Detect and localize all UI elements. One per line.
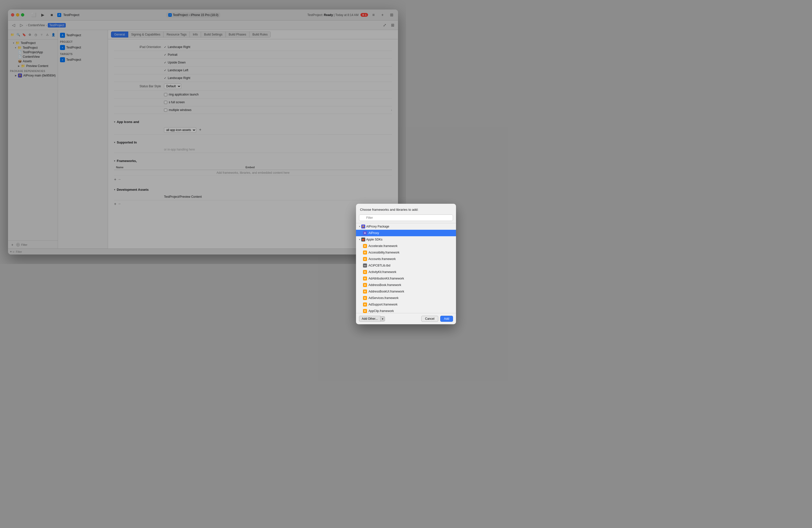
modal-item-accounts[interactable]: 🏛 Accounts.framework: [356, 256, 406, 262]
aiproxy-label: AIProxy: [368, 231, 379, 235]
modal-filter-input[interactable]: [359, 215, 406, 221]
acipcbt-label: ACiPCBTLib.tbd: [368, 264, 390, 264]
apple-sdks-icon: 🍎: [361, 237, 365, 241]
framework-picker-modal: Choose frameworks and libraries to add: …: [356, 204, 406, 264]
acipcbt-tbd-icon: tbd: [363, 264, 367, 264]
modal-search-area: ⊙: [356, 214, 406, 223]
aiproxy-fw-icon: 🏛: [363, 231, 367, 235]
aiproxy-pkg-icon: 📦: [361, 224, 365, 229]
modal-item-acipcbt[interactable]: tbd ACiPCBTLib.tbd: [356, 262, 406, 264]
apple-sdks-disclosure: ▾: [359, 238, 360, 241]
search-wrapper: ⊙: [359, 215, 406, 221]
modal-title: Choose frameworks and libraries to add:: [356, 204, 406, 214]
accelerate-fw-icon: 🏛: [363, 244, 367, 248]
modal-item-accessibility[interactable]: 🏛 Accessibility.framework: [356, 249, 406, 256]
accessibility-fw-icon: 🏛: [363, 250, 367, 254]
apple-sdks-group-header[interactable]: ▾ 🍎 Apple SDKs: [356, 236, 406, 243]
accelerate-label: Accelerate.framework: [368, 244, 397, 248]
modal-item-accelerate[interactable]: 🏛 Accelerate.framework: [356, 243, 406, 249]
modal-overlay[interactable]: Choose frameworks and libraries to add: …: [0, 0, 406, 264]
aiproxy-group-header[interactable]: ▾ 📦 AIProxy Package: [356, 223, 406, 230]
accessibility-label: Accessibility.framework: [368, 251, 400, 254]
apple-sdks-label: Apple SDKs: [366, 238, 382, 241]
accounts-fw-icon: 🏛: [363, 257, 367, 261]
modal-item-aiproxy[interactable]: 🏛 AIProxy: [356, 230, 406, 236]
aiproxy-disclosure: ▾: [359, 225, 360, 228]
modal-list: ▾ 📦 AIProxy Package 🏛 AIProxy ▾ 🍎 Apple …: [356, 223, 406, 264]
accounts-label: Accounts.framework: [368, 257, 396, 261]
aiproxy-group-label: AIProxy Package: [366, 225, 389, 228]
